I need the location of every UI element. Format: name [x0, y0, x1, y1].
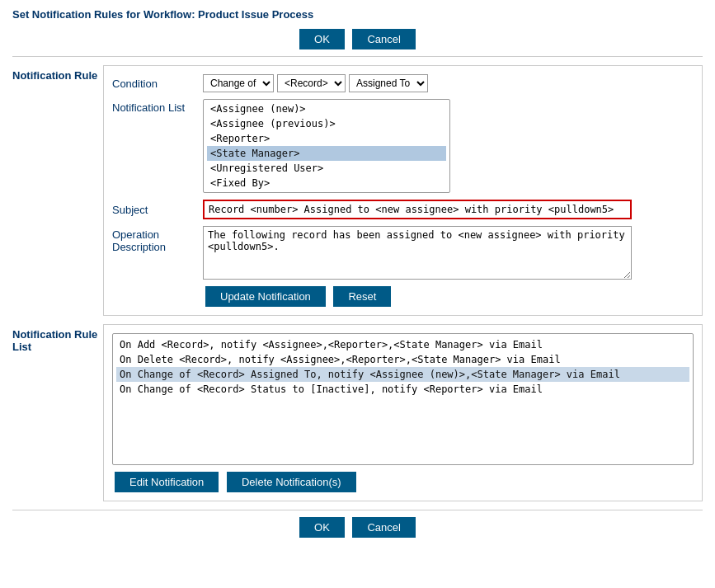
subject-row: Subject: [112, 200, 694, 219]
bottom-buttons-area: OK Cancel: [12, 510, 703, 538]
notification-rule-section-label: Notification Rule: [12, 65, 103, 316]
top-buttons-area: OK Cancel: [12, 29, 703, 57]
bottom-action-buttons-row: Edit Notification Delete Notification(s): [112, 472, 694, 492]
edit-notification-button[interactable]: Edit Notification: [115, 472, 219, 492]
notification-list-box[interactable]: <Assignee (new)><Assignee (previous)><Re…: [203, 99, 450, 193]
condition-dropdown3[interactable]: Assigned To: [349, 74, 428, 92]
notification-list-label: Notification List: [112, 99, 203, 114]
reset-button[interactable]: Reset: [333, 286, 391, 307]
condition-dropdown1[interactable]: Change of: [203, 74, 274, 92]
notification-rule-list-item[interactable]: On Change of <Record> Assigned To, notif…: [116, 367, 689, 382]
condition-dropdown2[interactable]: <Record>: [277, 74, 346, 92]
notification-list-row: Notification List <Assignee (new)><Assig…: [112, 99, 694, 193]
bottom-cancel-button[interactable]: Cancel: [352, 517, 415, 538]
notification-rule-list-item[interactable]: On Change of <Record> Status to [Inactiv…: [116, 382, 689, 397]
top-cancel-button[interactable]: Cancel: [352, 29, 415, 49]
op-desc-textarea[interactable]: [203, 226, 632, 280]
op-desc-label: Operation Description: [112, 226, 203, 253]
notification-rule-list-box[interactable]: On Add <Record>, notify <Assignee>,<Repo…: [112, 333, 694, 465]
condition-label: Condition: [112, 78, 203, 90]
notification-rule-list-item[interactable]: On Add <Record>, notify <Assignee>,<Repo…: [116, 337, 689, 352]
subject-label: Subject: [112, 204, 203, 216]
notification-rule-list-item[interactable]: On Delete <Record>, notify <Assignee>,<R…: [116, 352, 689, 367]
update-notification-button[interactable]: Update Notification: [205, 286, 326, 307]
top-ok-button[interactable]: OK: [299, 29, 345, 49]
action-buttons-row: Update Notification Reset: [203, 286, 694, 307]
page-title: Set Notification Rules for Workflow: Pro…: [12, 8, 703, 21]
delete-notifications-button[interactable]: Delete Notification(s): [227, 472, 356, 492]
bottom-ok-button[interactable]: OK: [299, 517, 345, 538]
subject-input[interactable]: [203, 200, 632, 219]
op-desc-row: Operation Description: [112, 226, 694, 280]
condition-row: Condition Change of <Record> Assigned To: [112, 74, 694, 92]
nrl-section-label: Notification Rule List: [12, 324, 103, 501]
